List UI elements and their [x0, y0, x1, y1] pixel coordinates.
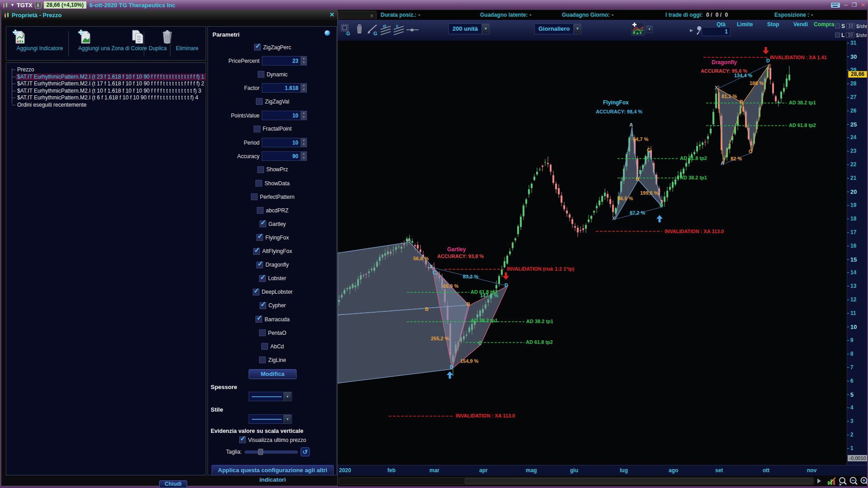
checkbox-cypher[interactable] — [259, 302, 266, 309]
param-check-row[interactable]: FractalPoint — [208, 125, 337, 133]
checkbox-deeplobster[interactable] — [253, 289, 259, 296]
checkbox-pentao[interactable] — [259, 329, 266, 336]
time-axis[interactable]: 2020febmaraprmaggiulugagosetottnov — [338, 465, 867, 476]
play-arrow-icon[interactable] — [816, 476, 826, 486]
reset-icon[interactable]: ↺ — [301, 447, 310, 456]
checkbox-dynamic[interactable] — [258, 71, 264, 78]
param-check-row[interactable]: PerfectPattern — [208, 192, 337, 201]
chart-type-dropdown-arrow[interactable]: ▼ — [646, 25, 653, 33]
button-add-indicator[interactable]: Aggiungi Indicatore — [13, 29, 67, 52]
checkbox-dragonfly[interactable] — [256, 262, 263, 268]
chiudi-button[interactable]: Chiudi — [159, 480, 187, 488]
spinner-icon[interactable]: ▲▼ — [301, 138, 307, 147]
input-factor[interactable]: 1.618 — [262, 83, 307, 93]
checkbox-showprz[interactable] — [257, 166, 264, 173]
stop-checkbox[interactable] — [835, 23, 840, 28]
indicator-tree[interactable]: Prezzo$AT.IT EurhythmicPattern.M2.I (t 2… — [6, 62, 206, 475]
close-button[interactable]: ✕ — [861, 0, 865, 10]
button-add-color-zone[interactable]: Aggiungi una Zona di Colore — [78, 29, 132, 52]
tree-item[interactable]: $AT.IT EurhythmicPattern.M2.I (t 10 f 1.… — [16, 88, 203, 94]
units-dropdown[interactable]: 200 unità ▼ — [448, 23, 490, 34]
checkbox-showdata[interactable] — [255, 180, 262, 187]
param-check-row[interactable]: AltFlyingFox — [208, 247, 337, 256]
param-check-row[interactable]: Cypher — [208, 301, 337, 310]
checkbox-zigline[interactable] — [259, 357, 266, 363]
chart-edit-icon[interactable] — [827, 476, 837, 486]
param-check-row[interactable]: Dragonfly — [208, 261, 337, 269]
tree-item[interactable]: $AT.IT EurhythmicPattern.M2.I (t 6 f 1.6… — [16, 94, 199, 101]
checkbox-altflyingfox[interactable] — [253, 248, 260, 255]
tree-item[interactable]: Prezzo — [16, 66, 35, 73]
sigma-channel-icon[interactable]: σ — [380, 23, 392, 37]
spinner-icon[interactable]: ▲▼ — [301, 111, 307, 120]
help-dot-icon[interactable] — [325, 30, 330, 36]
grid-g-icon[interactable]: G — [340, 23, 352, 37]
checkbox-zigzagval[interactable] — [256, 98, 263, 105]
dialog-close-button[interactable]: ✕ — [330, 11, 335, 18]
spinner-icon[interactable]: ▲▼ — [301, 84, 307, 92]
chart-tab[interactable]: x — [338, 11, 377, 19]
keyboard-icon[interactable] — [831, 2, 840, 8]
minimize-button[interactable]: ─ — [844, 0, 848, 10]
chart-type-button[interactable] — [631, 23, 646, 36]
param-check-row[interactable]: ZigZagPerc — [208, 43, 337, 52]
limit-value-input[interactable]: 10 — [846, 32, 854, 38]
param-check-row[interactable]: Gartley — [208, 220, 337, 228]
checkbox-barracuda[interactable] — [255, 316, 262, 323]
info-badge[interactable]: i — [35, 2, 42, 9]
input-period[interactable]: 10 — [262, 138, 307, 147]
zoom-out-icon[interactable] — [849, 476, 859, 486]
stop-value-input[interactable]: 10 — [846, 23, 855, 29]
checkbox-abcd[interactable] — [261, 343, 268, 350]
horizontal-line-icon[interactable]: ✱ — [406, 23, 418, 37]
input-pricepercent[interactable]: 23 — [262, 56, 307, 66]
param-check-row[interactable]: Barracuda — [208, 315, 337, 324]
tree-item[interactable]: $AT.IT EurhythmicPattern.M2.I (t 23 f 1.… — [16, 74, 206, 80]
limit-checkbox[interactable] — [835, 33, 840, 38]
delete-drawing-icon[interactable] — [354, 23, 365, 37]
checkbox-gartley[interactable] — [259, 221, 266, 227]
qty-input[interactable]: 1 — [702, 27, 731, 36]
spessore-dropdown[interactable]: ▼ — [249, 392, 292, 401]
param-check-row[interactable]: FlyingFox — [208, 233, 337, 242]
maximize-button[interactable]: ❐ — [852, 0, 857, 10]
param-check-row[interactable]: ZigZagVal — [208, 97, 337, 106]
checkbox-flyingfox[interactable] — [256, 234, 263, 241]
param-check-row[interactable]: PentaO — [208, 328, 337, 337]
dialog-titlebar[interactable]: Proprietà - Prezzo ✕ — [1, 10, 337, 20]
collapse-arrow-icon[interactable]: ▶ — [690, 28, 693, 33]
param-check-row[interactable]: AbCd — [208, 342, 337, 351]
visualizza-row[interactable]: Visualizza ultimo prezzo — [208, 436, 337, 444]
chevron-down-icon[interactable]: ▼ — [283, 415, 291, 423]
chevron-down-icon[interactable]: ▼ — [573, 23, 581, 34]
param-check-row[interactable]: Lobster — [208, 274, 337, 283]
price-scale[interactable]: 1234567891011121314151617181920212223242… — [847, 41, 867, 465]
apply-all-button[interactable]: Applica questa configurazione agli altri… — [212, 465, 334, 475]
checkbox-abcdprz[interactable] — [257, 207, 264, 214]
slider-thumb[interactable] — [258, 449, 263, 455]
modifica-button[interactable]: Modifica — [249, 369, 297, 379]
spinner-icon[interactable]: ▲▼ — [301, 56, 307, 65]
tree-item[interactable]: $AT.IT EurhythmicPattern.M2.I (t 17 f 1.… — [16, 80, 206, 87]
chevron-down-icon[interactable]: ▼ — [283, 392, 291, 401]
checkbox-zigzagperc[interactable] — [254, 44, 261, 51]
button-delete[interactable]: Eliminare — [160, 29, 214, 52]
checkbox-fractalpoint[interactable] — [254, 126, 260, 132]
spinner-icon[interactable]: ▲▼ — [301, 152, 307, 160]
taglia-slider[interactable] — [245, 450, 298, 454]
param-check-row[interactable]: Dynamic — [208, 70, 337, 79]
param-check-row[interactable]: ShowData — [208, 179, 337, 188]
visualizza-checkbox[interactable] — [239, 436, 246, 443]
trendline-g-icon[interactable]: G — [367, 23, 378, 37]
param-check-row[interactable]: ShowPrz — [208, 165, 337, 174]
param-check-row[interactable]: ZigLine — [208, 356, 337, 364]
param-check-row[interactable]: abcdPRZ — [208, 206, 337, 215]
horizontal-scrollbar[interactable] — [339, 477, 814, 485]
zoom-cursor-icon[interactable] — [838, 476, 848, 486]
chevron-down-icon[interactable]: ▼ — [481, 23, 490, 34]
chart-plot-area[interactable] — [338, 41, 847, 465]
scrollbar-thumb[interactable] — [465, 478, 813, 484]
param-check-row[interactable]: DeepLobster — [208, 288, 337, 296]
timeframe-dropdown[interactable]: Giornaliero ▼ — [534, 23, 581, 34]
symbol-dropdown-caret-icon[interactable]: ▼ — [10, 3, 14, 7]
